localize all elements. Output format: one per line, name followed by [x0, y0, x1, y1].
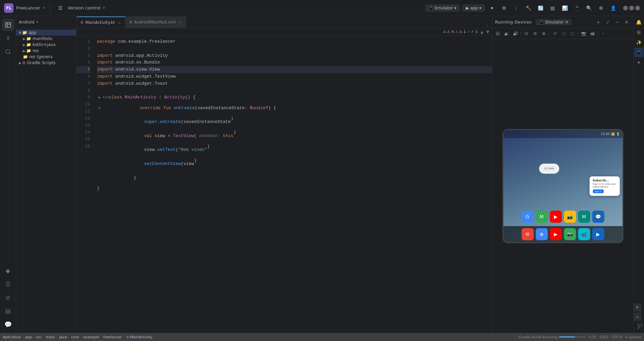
tab-label-mainactivity: MainActivity.kt	[85, 20, 115, 25]
maximize-button[interactable]: □	[629, 6, 634, 10]
rotate-left-button[interactable]: ↺	[551, 30, 559, 38]
fold-split-button[interactable]: ⊠	[540, 30, 548, 38]
settings-icon[interactable]: ⚙	[596, 3, 606, 13]
debug-gutter-icon[interactable]: </>	[103, 95, 108, 100]
home-button[interactable]: ○	[560, 30, 568, 38]
zoom-out-button[interactable]: −	[633, 313, 641, 321]
unfold-button[interactable]: ▼	[486, 30, 489, 34]
chrome-icon[interactable]: ⊕	[536, 228, 548, 240]
video-button[interactable]: 📹	[588, 30, 596, 38]
gmail-icon[interactable]: ✉	[522, 228, 534, 240]
device-manager-icon[interactable]: 📱	[572, 3, 581, 13]
find-icon[interactable]: 🔍	[584, 3, 594, 13]
minimize-button[interactable]: ─	[623, 6, 628, 10]
sidebar-item-device[interactable]: ▤	[2, 305, 14, 317]
meet-app-icon[interactable]: M	[578, 211, 590, 223]
rd-expand-button[interactable]: ⤢	[604, 18, 612, 26]
tree-item-res-gen[interactable]: 📁 res (genera	[16, 54, 76, 60]
square-button[interactable]: □	[568, 30, 576, 38]
sparkle-icon[interactable]: ✦	[487, 3, 497, 13]
app-run-button[interactable]: ▶ app ▾	[462, 4, 485, 12]
close-button[interactable]: ✕	[635, 6, 640, 10]
notif-title: Subscrib...	[593, 179, 616, 182]
tab-close-mainactivity[interactable]: ✕	[118, 21, 121, 25]
tree-item-kotlin[interactable]: ▶ 📁 kotlin+java	[16, 42, 76, 48]
tree-item-app[interactable]: ▼ 📁 app	[16, 30, 76, 36]
maps-app-icon[interactable]: M	[536, 211, 548, 223]
rs-icon-device[interactable]: 📱	[634, 48, 644, 57]
power-button[interactable]: ⏻	[494, 30, 502, 38]
fold-button[interactable]: ▲	[481, 30, 484, 34]
settings-gear-icon[interactable]: ⚙	[499, 3, 509, 13]
play-icon[interactable]: ▶	[592, 228, 604, 240]
google-app-icon[interactable]: G	[522, 211, 534, 223]
duo-icon[interactable]: 📹	[578, 228, 590, 240]
profiler-icon[interactable]: 📊	[560, 3, 569, 13]
sidebar-item-chat[interactable]: 💬	[2, 318, 14, 330]
rs-icon-sparkle[interactable]: ✦	[634, 58, 644, 67]
rs-icon-assistant[interactable]: ✨	[634, 38, 644, 47]
hamburger-button[interactable]: ☰	[56, 3, 65, 13]
tab-menu-button[interactable]: ⋮	[483, 23, 492, 28]
more-controls-button[interactable]: ›	[599, 30, 607, 38]
layout-icon[interactable]: ▤	[548, 3, 557, 13]
account-icon[interactable]: 👤	[608, 3, 618, 13]
sidebar-item-diamond[interactable]: ◆	[2, 264, 14, 276]
tree-arrow-gradle: ▶	[19, 61, 22, 65]
tab-label-manifest: AndroidManifest.xml	[134, 20, 176, 25]
photos-app-icon[interactable]: 📷	[564, 211, 576, 223]
tree-item-gradle[interactable]: ▶ ⚙ Gradle Scripts	[16, 60, 76, 66]
zoom-in-button[interactable]: +	[633, 303, 641, 311]
unfold-button[interactable]: ⊞	[531, 30, 539, 38]
rs-icon-terminal[interactable]: ⊞	[634, 28, 644, 37]
sidebar-item-layers[interactable]: ☰	[2, 278, 14, 290]
tab-close-manifest[interactable]: ✕	[179, 20, 182, 24]
run-gutter-icon[interactable]: ▶	[97, 95, 102, 100]
sidebar-dropdown[interactable]: ▾	[36, 20, 38, 24]
messages-app-icon[interactable]: 💬	[592, 211, 604, 223]
code-line-8	[97, 87, 492, 94]
app-dropdown-arrow[interactable]: ▾	[43, 6, 45, 10]
xml-file-icon: X	[129, 20, 132, 25]
add-device-button[interactable]: +	[594, 18, 602, 26]
tree-item-manifests[interactable]: ▶ 📁 manifests	[16, 36, 76, 42]
sidebar-item-project[interactable]	[2, 19, 14, 31]
youtube-app-icon[interactable]: ▶	[550, 211, 562, 223]
emulator-tab-icon: 📱	[539, 20, 544, 25]
emulator-tab-close[interactable]: ✕	[565, 20, 568, 25]
sidebar-item-commit[interactable]	[2, 32, 14, 44]
photos-dock-icon[interactable]: 📷	[564, 228, 576, 240]
fold-button[interactable]: ⊟	[522, 30, 530, 38]
vc-dropdown-arrow[interactable]: ▾	[103, 6, 105, 10]
rs-icon-notifications[interactable]: 🔔	[634, 17, 644, 27]
app-dropdown[interactable]: ▾	[479, 6, 481, 10]
code-editor[interactable]: 1234 5 678910 111213141516 package com.e…	[77, 36, 492, 333]
sync-icon[interactable]: 🔄	[536, 3, 545, 13]
emulator-tab[interactable]: 📱 Emulator ✕	[536, 19, 572, 25]
tab-mainactivity[interactable]: K MainActivity.kt ✕	[77, 16, 125, 28]
rd-minimize-button[interactable]: ─	[613, 18, 621, 26]
build-icon[interactable]: 🔨	[524, 3, 533, 13]
rd-close-button[interactable]: ✕	[622, 18, 631, 26]
youtube-dock-icon[interactable]: ▶	[550, 228, 562, 240]
volume-down-button[interactable]: 🔉	[502, 30, 510, 38]
error-icon: ⚠	[455, 30, 458, 34]
fit-screen-button[interactable]: ⤢	[635, 324, 643, 332]
breakpoint-icon[interactable]: ⊙	[97, 105, 102, 111]
sidebar-item-search[interactable]	[2, 46, 14, 58]
tree-item-res[interactable]: ▶ 📁 res	[16, 48, 76, 54]
sidebar-item-bug[interactable]: ⊘	[2, 291, 14, 303]
run-icon: ▶	[466, 6, 469, 10]
gradle-icon: ⚙	[22, 60, 26, 65]
emulator-dropdown[interactable]: ▾	[454, 6, 456, 10]
code-line-10: ⊙ override fun onCreate(savedInstanceSta…	[97, 101, 492, 115]
tab-androidmanifest[interactable]: X AndroidManifest.xml ✕	[125, 16, 186, 28]
volume-up-button[interactable]: 🔊	[511, 30, 519, 38]
emulator-button[interactable]: 📱 Emulator ▾	[425, 4, 460, 12]
editor-warnings-bar: ⚠ ⚠ 4 ⚠ ⚠ 1 ✓ ✓ 1 ▲ ▼	[77, 28, 492, 36]
notif-signin-btn[interactable]: Sign in	[593, 189, 604, 193]
code-content[interactable]: package com.example.freelancer import an…	[93, 36, 492, 333]
more-options-icon[interactable]: ⋮	[512, 3, 521, 13]
kotlin-folder-icon: 📁	[26, 42, 31, 47]
camera-button[interactable]: 📷	[579, 30, 588, 38]
